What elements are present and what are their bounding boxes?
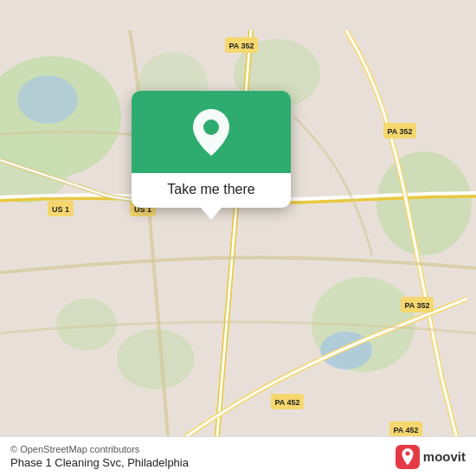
map-svg: US 1 US 1 PA 352 PA 352 PA 352 PA 452 PA…: [0, 0, 476, 476]
place-name-label: Phase 1 Cleaning Svc, Philadelphia: [10, 456, 189, 469]
moovit-icon: [396, 445, 420, 469]
svg-point-25: [203, 119, 219, 135]
svg-point-5: [117, 329, 195, 389]
location-pin-icon: [191, 108, 231, 157]
map-attribution: © OpenStreetMap contributors: [10, 444, 189, 454]
svg-point-10: [17, 75, 78, 124]
take-me-there-button[interactable]: Take me there: [153, 173, 268, 208]
moovit-logo: moovit: [396, 445, 466, 469]
bottom-bar: © OpenStreetMap contributors Phase 1 Cle…: [0, 436, 476, 476]
svg-text:PA 352: PA 352: [228, 42, 254, 50]
svg-text:PA 452: PA 452: [274, 398, 299, 407]
svg-text:PA 352: PA 352: [387, 127, 412, 136]
popup-green-area: [132, 91, 291, 173]
svg-point-27: [405, 451, 409, 455]
moovit-brand-label: moovit: [423, 449, 466, 464]
popup-card: Take me there: [132, 91, 291, 208]
svg-text:PA 452: PA 452: [393, 426, 418, 434]
svg-text:US 1: US 1: [52, 205, 69, 214]
svg-point-3: [376, 151, 472, 255]
svg-text:PA 352: PA 352: [404, 301, 429, 310]
map-container: US 1 US 1 PA 352 PA 352 PA 352 PA 452 PA…: [0, 0, 476, 476]
